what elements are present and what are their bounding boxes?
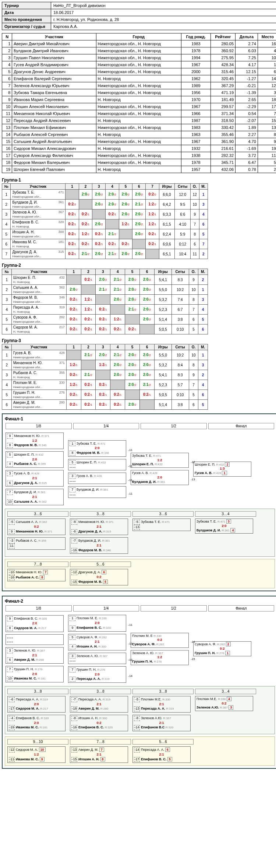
col-participant: Участник (12, 33, 96, 40)
match-box: 3Зеленов А. Ю. R:367 -12 (68, 653, 126, 664)
match-box: Зубкова Т. Е. R:4711:2Шлорин Е. П. R:432… (131, 453, 189, 468)
match-box: -6Пересада А. А. R:3192:0-17Сидоров М. А… (7, 696, 66, 713)
table-row: 1Аверин Дмитрий МихайловичНижегородская … (2, 40, 276, 47)
col-place: Место (258, 33, 276, 40)
match-box: 1Плоткин М. Е. R:3302:09Епифанов В. С. R… (68, 615, 126, 631)
match-box: Шлорин Е. П. R:432 21:3Гусев А. В. R:428… (193, 462, 251, 477)
match-box: Зубкова Т. Е. R:471 32:0Булдаков Д. И. R… (195, 519, 253, 534)
group-table: №Участник123456ИгрыСетыО.М.1Гусев А. В.4… (2, 344, 208, 410)
table-row: 9Иванова Мария СергеевнаН. Новгород19701… (2, 96, 276, 103)
match-box: -12Сидоров М. А. 101:2-11Иванова М. С. 9 (7, 746, 66, 763)
table-row: 11Минаенков Николай ЮрьевичНижегородская… (2, 110, 276, 117)
match-box (6, 634, 64, 645)
table-row: 6Епифанов Валерий СергеевичН. Новгород19… (2, 75, 276, 82)
table-row: 15Сатышев Андрей АнатольевичНижегородска… (2, 138, 276, 145)
col-year: Год рожд. (181, 33, 210, 40)
group-table: №Участник123456ИгрыСетыО.М.1Шлорин Е. П.… (2, 269, 208, 334)
match-box: -7Булдаков Д. И. R:3612:1-16Федоров М. В… (70, 537, 128, 554)
match-box: 9Епифанов В. С. R:3202:08Сидоров М. А. R… (6, 615, 64, 632)
match-box: -5Сатышев А. А. R:3620:29Минаенков Н. Ю.… (7, 519, 66, 535)
table-row: 12Пересада Андрей АлексеевичН. Новгород1… (2, 117, 276, 124)
tournament-info: ТурнирНиНо_ЛТ_Второй дивизион Дата18.06.… (2, 2, 276, 30)
match-box: -10Минаенков Н. Ю. 7-16Рыбаков А. С. 8 (7, 569, 66, 581)
participants-table: N Участник Город Год рожд. Рейтинг Дельт… (2, 33, 276, 173)
match-box: 5Шлорин Е. П. R:4322:04Рыбаков А. С. R:3… (6, 451, 64, 468)
table-row: 13Плоткин Михаил ЕфимовичНижегородская о… (2, 124, 276, 131)
match-box: -7Пересада А. А. R:3192:1-18Аверин Д. М.… (70, 696, 128, 713)
table-row: 14Рыбаков Алексей СергеевичН. Новгород19… (2, 131, 276, 138)
table-row: 8Зубкова Тамара ЕвгеньевнаНижегородская … (2, 89, 276, 96)
table-row: 2Булдаков Дмитрий ИвановичНижегородская … (2, 47, 276, 54)
match-box: 5Суворов А. Ф. R:2822:14Игошин А. Н. R:3… (68, 634, 126, 650)
table-row: 17Суворов Александр ФилиповичНижегородск… (2, 152, 276, 159)
match-box: Гусев А. В. R:4282:0Булдаков Д. И. R:361… (131, 470, 189, 485)
match-box: -3Рыбаков А. С. R:35511 (7, 537, 66, 549)
match-box: 5Шлорин Е. П. R:432 -11 (68, 459, 126, 470)
table-row: 18Федоров Михаил ВалерьевичНижегородская… (2, 159, 276, 166)
group-title: Группа-1 (2, 177, 276, 183)
table-row: 3Грушин Павел НиколаевичНижегородская об… (2, 54, 276, 61)
match-box: Плоткин М.Е. R:330 40:2Зеленов А.Ю. R:36… (195, 696, 253, 711)
match-box: -13Аверин Д. М. 72:1-15Игошин А. Н. 8 (70, 746, 128, 763)
match-box: Плоткин М. Е R:3300:2Суворов А. Ф. R:282… (131, 633, 189, 648)
match-box: 3Гусев А. В. R:4282:16Драгунов Д. А. R:3… (6, 470, 64, 487)
round-header: 1/4 (73, 423, 139, 429)
match-box: 1Зубкова Т. Е. R:4712:08Федоров М. В. R:… (68, 440, 126, 457)
group-title: Группа-2 (2, 263, 276, 268)
col-delta: Дельта (236, 33, 258, 40)
table-row: 19Шлорин Евгений ПавловичН. Новгород1957… (2, 166, 276, 173)
match-box: -8Зеленов А.Ю. R:3672:1-14Епифанов В.С R… (132, 715, 191, 731)
match-box: -8Минаенков Н. Ю. R:3712:1-6Драгунов Д. … (70, 519, 128, 535)
match-box: 3Гусев А. В. R:428 -11 (68, 473, 126, 484)
match-box: Суворов А. Ф. R:282 20:2Грушин П. Н. R:2… (193, 641, 251, 656)
col-rating: Рейтинг (210, 33, 235, 40)
round-header: 1/4 (73, 605, 139, 611)
match-box: 7Булдаков Д. И. R:3612:110Сатышев А. А. … (6, 489, 64, 505)
match-box: 3Зеленов А. Ю. R:3672:16Аверин Д. М. R:2… (6, 647, 64, 664)
col-n: N (2, 33, 12, 40)
col-city: Город (96, 33, 181, 40)
round-header: Финал (208, 423, 275, 429)
match-box: -14Пересада А. А. 62:1-17Епифанов В. С. … (132, 746, 191, 763)
match-box: 7Грушин П. Н. R:2762:02Пересада А. А. R:… (68, 666, 126, 683)
match-box: 7Булдаков Д. И. R:361 -11 (68, 486, 126, 498)
match-box: -8Игошин А. Н. R:3000:2-16Епифанов В. С.… (70, 715, 128, 731)
round-header: Финал (208, 605, 275, 611)
bracket: Финал-11/81/41/2Финал9Минаенков Н. Ю. R:… (2, 413, 276, 591)
match-box: Зеленов А. Ю. R:3671:2Грушин П. Н. R:276… (131, 650, 189, 665)
table-row: 16Сидоров Михаил АлександровичН. Новгоро… (2, 145, 276, 152)
bracket: Финал-21/81/41/2Финал9Епифанов В. С. R:3… (2, 596, 276, 769)
table-row: 10Игошин Алексей НиколаевичНижегородская… (2, 103, 276, 110)
table-row: 5Драгунов Денис АндреевичНижегородская о… (2, 68, 276, 75)
round-header: 1/2 (141, 423, 207, 429)
round-header: 1/8 (6, 423, 72, 429)
match-box: -5Зубкова Т. Е. R:471-13 (132, 519, 191, 531)
table-row: 4Гусев Андрей ВладимировичНижегородская … (2, 61, 276, 68)
match-box: -12Драгунов Д. А. 60:2-15Федоров М. В. 5 (70, 569, 128, 585)
round-header: 1/8 (6, 605, 72, 611)
match-box: -4Епифанов В. С. R:3202:0-19Иванова М. С… (7, 715, 66, 731)
match-box: -5Плоткин М.Е. R:3302:1-13Пересада А. А.… (132, 696, 191, 713)
group-title: Группа-3 (2, 338, 276, 343)
match-box: 9Минаенков Н. Ю. R:3711:28Федоров М. В. … (6, 433, 64, 449)
group-table: №Участник1234567ИгрыСетыО.М.1Зубкова Т. … (2, 183, 208, 259)
round-header: 1/2 (141, 605, 207, 611)
match-box: 7Грушин П. Н. R:2762:010Иванова М. С. R:… (6, 666, 64, 682)
table-row: 7Зеленов Александр ЮрьевичНижегородская … (2, 82, 276, 89)
